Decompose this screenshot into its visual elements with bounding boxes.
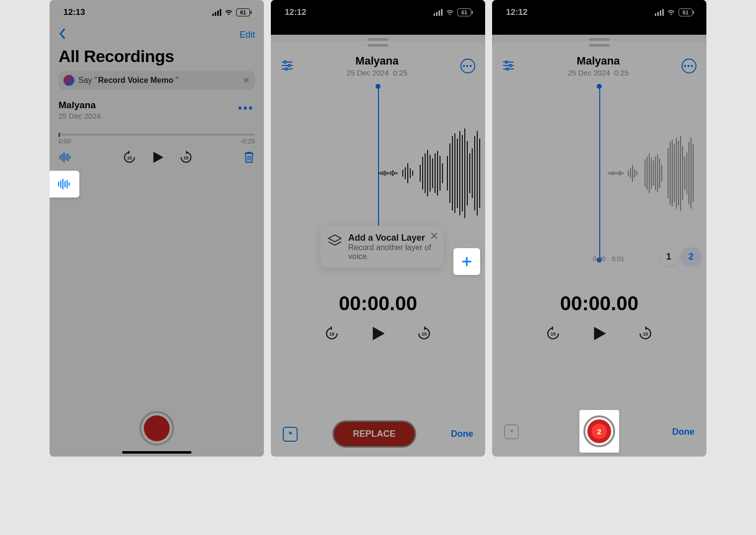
skip-forward-15-button[interactable]: 15 bbox=[638, 326, 653, 343]
svg-rect-11 bbox=[63, 179, 63, 189]
battery-icon: 61 bbox=[236, 8, 250, 16]
cellular-icon bbox=[655, 9, 664, 16]
playback-settings-button[interactable] bbox=[502, 59, 515, 73]
siri-suggestion[interactable]: Say " Record Voice Memo " ✕ bbox=[59, 71, 255, 90]
svg-rect-2 bbox=[63, 152, 64, 162]
svg-point-73 bbox=[506, 67, 509, 70]
waveform-area[interactable]: Add a Vocal Layer Record another layer o… bbox=[271, 84, 485, 263]
svg-rect-12 bbox=[64, 181, 65, 188]
recording-list-item[interactable]: Malyana 25 Dec 2024 ••• bbox=[50, 97, 264, 120]
transcript-button[interactable]: ❝ bbox=[283, 427, 298, 442]
play-button[interactable] bbox=[369, 325, 387, 344]
waveform-icon bbox=[378, 126, 482, 220]
waveform-edit-button[interactable] bbox=[59, 150, 72, 166]
siri-suffix: " bbox=[175, 76, 178, 85]
recording-date: 25 Dec 2024 bbox=[59, 112, 255, 120]
recording-name[interactable]: Malyana bbox=[515, 55, 682, 67]
waveform-icon bbox=[599, 134, 703, 213]
wifi-icon bbox=[667, 7, 676, 18]
layers-icon bbox=[327, 234, 342, 249]
svg-text:15: 15 bbox=[127, 155, 132, 160]
playhead-handle-top[interactable] bbox=[376, 84, 380, 89]
svg-rect-10 bbox=[60, 181, 61, 188]
status-bar: 12:12 61 bbox=[492, 0, 706, 25]
recording-name[interactable]: Malyana bbox=[294, 55, 460, 67]
svg-text:15: 15 bbox=[422, 331, 427, 336]
svg-rect-0 bbox=[60, 155, 61, 159]
transcript-button[interactable]: ❝ bbox=[504, 424, 519, 439]
svg-rect-3 bbox=[65, 154, 66, 160]
svg-rect-13 bbox=[66, 180, 67, 188]
timer-display: 00:00.00 bbox=[560, 292, 638, 315]
timer-display: 00:00.00 bbox=[339, 292, 417, 315]
tooltip-subtitle: Record another layer of voice. bbox=[348, 243, 437, 261]
tooltip-title: Add a Vocal Layer bbox=[348, 233, 437, 243]
time-label-1: 0:01 bbox=[612, 255, 624, 263]
scrub-end: -0:25 bbox=[240, 137, 255, 145]
svg-rect-1 bbox=[62, 154, 63, 161]
playback-settings-button[interactable] bbox=[281, 59, 294, 73]
record-button[interactable] bbox=[139, 411, 174, 446]
svg-point-16 bbox=[284, 61, 287, 63]
status-bar: 12:12 61 bbox=[271, 0, 485, 25]
phone-screen-all-recordings: 12:13 61 Edit All Recordings Say " Recor… bbox=[50, 0, 264, 457]
svg-rect-9 bbox=[58, 182, 59, 187]
skip-back-15-button[interactable]: 15 bbox=[324, 326, 339, 343]
svg-text:15: 15 bbox=[643, 331, 648, 336]
phone-screen-editor-layers: 12:12 61 Malyana 25 Dec 2024 0:25 ••• bbox=[492, 0, 706, 457]
skip-back-15-button[interactable]: 15 bbox=[546, 326, 561, 343]
phone-screen-editor-tooltip: 12:12 61 Malyana 25 Dec 2024 0:25 ••• bbox=[271, 0, 485, 457]
svg-marker-64 bbox=[373, 327, 385, 340]
replace-button[interactable]: REPLACE bbox=[332, 420, 416, 448]
cellular-icon bbox=[434, 9, 442, 16]
waveform-area[interactable]: 1 2 0:00 0:01 bbox=[492, 84, 706, 263]
play-button[interactable] bbox=[150, 150, 165, 167]
nav-bar: Edit bbox=[50, 25, 264, 45]
recording-title: Malyana bbox=[59, 100, 255, 111]
home-indicator[interactable] bbox=[122, 451, 191, 454]
play-button[interactable] bbox=[590, 325, 608, 344]
scrub-labels: 0:00 -0:25 bbox=[50, 137, 264, 145]
wifi-icon bbox=[224, 7, 233, 18]
svg-text:15: 15 bbox=[184, 155, 189, 160]
skip-forward-15-button[interactable]: 15 bbox=[179, 150, 193, 166]
status-time: 12:12 bbox=[285, 7, 306, 17]
playback-scrubber[interactable] bbox=[59, 134, 255, 135]
siri-prefix: Say " bbox=[78, 76, 97, 85]
status-bar: 12:13 61 bbox=[50, 0, 264, 25]
status-time: 12:12 bbox=[506, 7, 527, 17]
siri-phrase: Record Voice Memo bbox=[98, 76, 174, 85]
status-time: 12:13 bbox=[63, 7, 85, 17]
more-options-icon[interactable]: ••• bbox=[238, 102, 254, 115]
cellular-icon bbox=[212, 9, 221, 16]
edit-button[interactable]: Edit bbox=[240, 30, 255, 40]
highlight-add-layer-button bbox=[453, 248, 480, 275]
svg-text:15: 15 bbox=[551, 331, 556, 336]
done-button[interactable]: Done bbox=[451, 429, 473, 439]
siri-icon bbox=[63, 75, 74, 86]
svg-rect-4 bbox=[67, 153, 68, 161]
playhead-handle-top[interactable] bbox=[597, 84, 602, 89]
delete-button[interactable] bbox=[243, 150, 255, 166]
back-button[interactable] bbox=[59, 28, 65, 41]
siri-close-icon[interactable]: ✕ bbox=[243, 75, 250, 86]
skip-forward-15-button[interactable]: 15 bbox=[417, 326, 432, 343]
highlight-record-layer-button: 2 bbox=[579, 410, 619, 453]
status-right: 61 bbox=[212, 7, 250, 18]
add-layer-tooltip: Add a Vocal Layer Record another layer o… bbox=[320, 226, 443, 268]
more-menu-button[interactable]: ••• bbox=[682, 59, 696, 73]
scrub-start: 0:00 bbox=[59, 137, 71, 145]
battery-icon: 61 bbox=[457, 8, 471, 16]
more-menu-button[interactable]: ••• bbox=[460, 59, 475, 73]
svg-text:15: 15 bbox=[329, 331, 335, 336]
skip-back-15-button[interactable]: 15 bbox=[123, 150, 136, 166]
done-button[interactable]: Done bbox=[672, 427, 694, 437]
tooltip-close-icon[interactable]: ✕ bbox=[430, 230, 439, 243]
status-right: 61 bbox=[655, 7, 693, 18]
time-label-0: 0:00 bbox=[593, 255, 605, 263]
timeline-labels: 0:00 0:01 bbox=[492, 255, 706, 263]
svg-rect-5 bbox=[69, 156, 70, 159]
highlight-waveform-button bbox=[50, 171, 79, 198]
svg-point-18 bbox=[288, 64, 291, 67]
status-right: 61 bbox=[434, 7, 471, 18]
